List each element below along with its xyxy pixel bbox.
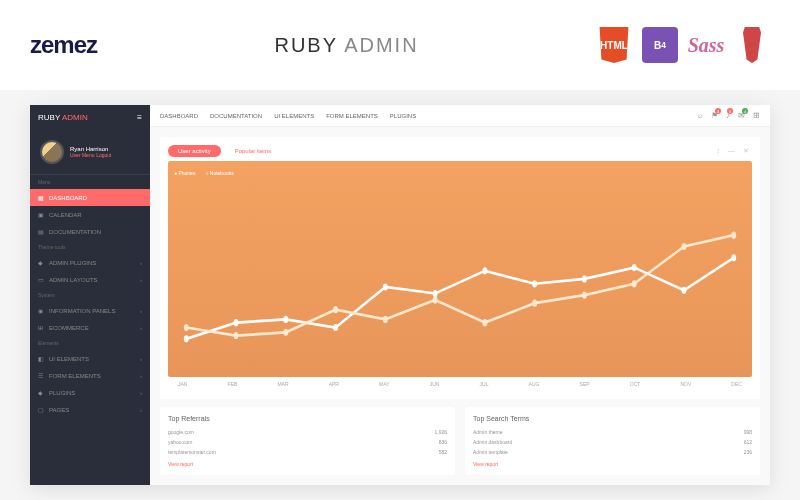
zemez-logo-text: zemez [30, 31, 97, 59]
search-icon[interactable]: ⌕ [698, 111, 703, 120]
doc-icon: ▤ [38, 228, 44, 235]
nav-dashboard[interactable]: DASHBOARD [160, 113, 198, 119]
sidebar-brand: RUBY ADMIN [38, 113, 88, 122]
grid-icon[interactable]: ⊞ [753, 111, 760, 120]
nav-documentation[interactable]: DOCUMENTATION [210, 113, 262, 119]
svg-point-13 [234, 332, 239, 339]
tech-icons-row: HTML B4 Sass [596, 27, 770, 63]
bootstrap-icon: B4 [642, 27, 678, 63]
banner-title: RUBY ADMIN [127, 34, 566, 57]
banner-title-admin: ADMIN [344, 34, 418, 56]
sidebar-item-dashboard[interactable]: ▦DASHBOARD [30, 189, 150, 206]
chevron-right-icon: › [140, 407, 142, 413]
bell-badge: 9 [727, 108, 733, 114]
sidebar-item-documentation[interactable]: ▤DOCUMENTATION [30, 223, 150, 240]
hamburger-icon[interactable]: ≡ [137, 113, 142, 122]
nav-ui[interactable]: UI ELEMENTS [274, 113, 314, 119]
svg-point-21 [632, 280, 637, 287]
mail-icon[interactable]: ✉4 [738, 111, 745, 120]
avatar[interactable] [40, 140, 64, 164]
main-area: DASHBOARD DOCUMENTATION UI ELEMENTS FORM… [150, 105, 770, 485]
chevron-right-icon: › [140, 260, 142, 266]
referrals-rows: google.com1,926yahoo.com836templatemonst… [168, 427, 447, 457]
user-meta: User Menu Logout [70, 152, 111, 158]
pages-icon: ▢ [38, 406, 44, 413]
zemez-logo: zemez [30, 31, 97, 59]
table-row: templatemonster.com582 [168, 447, 447, 457]
svg-point-2 [283, 316, 288, 323]
section-system: System [30, 288, 150, 302]
bottom-row: Top Referrals google.com1,926yahoo.com83… [160, 407, 760, 475]
svg-point-6 [482, 267, 487, 274]
plugins-icon: ◆ [38, 389, 44, 396]
chevron-right-icon: › [140, 390, 142, 396]
svg-point-10 [682, 287, 687, 294]
content: User activity Popular items ↕ — ✕ ● Phon… [150, 127, 770, 485]
top-search-card: Top Search Terms Admin theme998Admin das… [465, 407, 760, 475]
sidebar-item-ui[interactable]: ◧UI ELEMENTS› [30, 350, 150, 367]
plugin-icon: ◆ [38, 259, 44, 266]
nav-icons: ⌕ ⚑3 ♪9 ✉4 ⊞ [698, 111, 760, 120]
svg-point-7 [532, 280, 537, 287]
tab-popular-items[interactable]: Popular items [225, 145, 282, 157]
svg-point-17 [433, 296, 438, 303]
referrals-view-report[interactable]: View report [168, 461, 447, 467]
mail-badge: 4 [742, 108, 748, 114]
table-row: Admin dashboard612 [473, 437, 752, 447]
chevron-right-icon: › [140, 325, 142, 331]
section-elements: Elements [30, 336, 150, 350]
referrals-title: Top Referrals [168, 415, 447, 422]
svg-point-4 [383, 283, 388, 290]
sidebar-item-admin-plugins[interactable]: ◆ADMIN PLUGINS› [30, 254, 150, 271]
search-view-report[interactable]: View report [473, 461, 752, 467]
user-info: Ryan Harrison User Menu Logout [70, 146, 111, 158]
calendar-icon: ▣ [38, 211, 44, 218]
gulp-icon [734, 27, 770, 63]
svg-point-14 [283, 329, 288, 336]
promo-banner: zemez RUBY ADMIN HTML B4 Sass [0, 0, 800, 90]
chart-tabs: User activity Popular items ↕ — ✕ [168, 145, 752, 157]
sidebar-header: RUBY ADMIN ≡ [30, 105, 150, 130]
sidebar-item-calendar[interactable]: ▣CALENDAR [30, 206, 150, 223]
svg-point-12 [184, 324, 189, 331]
flag-icon[interactable]: ⚑3 [711, 111, 718, 120]
svg-point-8 [582, 275, 587, 282]
chevron-right-icon: › [140, 277, 142, 283]
sidebar-item-ecommerce[interactable]: ⊞ECOMMERCE› [30, 319, 150, 336]
user-menu-link[interactable]: User Menu [70, 152, 94, 158]
svg-point-11 [731, 254, 736, 261]
sidebar-item-admin-layouts[interactable]: ▭ADMIN LAYOUTS› [30, 271, 150, 288]
sidebar-item-info-panels[interactable]: ◉INFORMATION PANELS› [30, 302, 150, 319]
nav-plugins[interactable]: PLUGINS [390, 113, 416, 119]
top-referrals-card: Top Referrals google.com1,926yahoo.com83… [160, 407, 455, 475]
dots-notebooks [184, 232, 736, 340]
nav-form[interactable]: FORM ELEMENTS [326, 113, 378, 119]
svg-point-15 [333, 306, 338, 313]
table-row: Admin theme998 [473, 427, 752, 437]
chart-tools[interactable]: ↕ — ✕ [717, 147, 752, 155]
sidebar-item-form[interactable]: ☰FORM ELEMENTS› [30, 367, 150, 384]
table-row: google.com1,926 [168, 427, 447, 437]
tab-user-activity[interactable]: User activity [168, 145, 221, 157]
search-title: Top Search Terms [473, 415, 752, 422]
svg-point-9 [632, 264, 637, 271]
chart-legend: ● Phones ○ Notebooks [168, 167, 752, 179]
dashboard-icon: ▦ [38, 194, 44, 201]
search-rows: Admin theme998Admin dashboard612Admin te… [473, 427, 752, 457]
chevron-right-icon: › [140, 356, 142, 362]
layout-icon: ▭ [38, 276, 44, 283]
user-block: Ryan Harrison User Menu Logout [30, 130, 150, 175]
chevron-right-icon: › [140, 308, 142, 314]
sidebar-item-plugins[interactable]: ◆PLUGINS› [30, 384, 150, 401]
sidebar-item-pages[interactable]: ▢PAGES› [30, 401, 150, 418]
svg-point-20 [582, 292, 587, 299]
section-menu: Menu [30, 175, 150, 189]
sass-icon: Sass [688, 27, 724, 63]
logout-link[interactable]: Logout [96, 152, 111, 158]
svg-point-23 [731, 232, 736, 239]
svg-point-1 [234, 319, 239, 326]
section-theme: Theme tools [30, 240, 150, 254]
form-icon: ☰ [38, 372, 44, 379]
chart-svg [168, 179, 752, 395]
bell-icon[interactable]: ♪9 [726, 111, 730, 120]
